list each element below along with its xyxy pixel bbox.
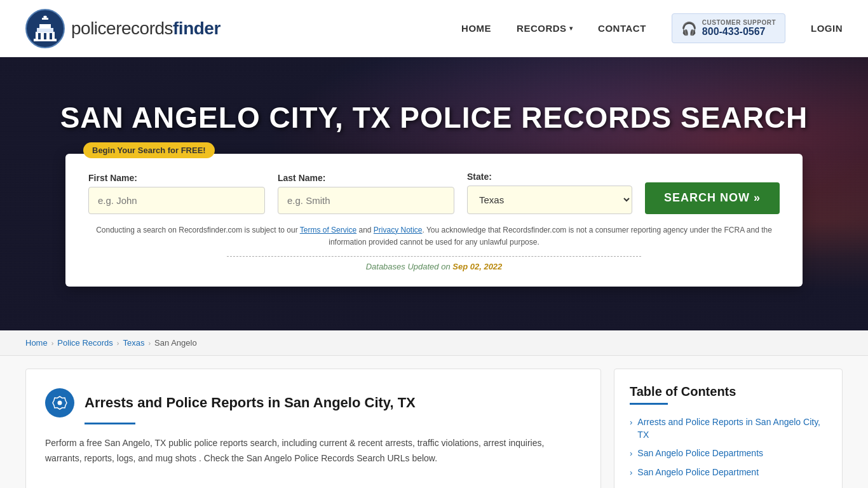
svg-rect-8 xyxy=(38,33,41,39)
support-text: CUSTOMER SUPPORT 800-433-0567 xyxy=(702,19,776,37)
toc-link-1[interactable]: Arrests and Police Reports in San Angelo… xyxy=(637,416,827,441)
nav-contact[interactable]: CONTACT xyxy=(598,23,646,34)
search-button[interactable]: SEARCH NOW » xyxy=(645,182,780,214)
section-title: Arrests and Police Reports in San Angelo… xyxy=(85,395,416,411)
toc-list: › Arrests and Police Reports in San Ange… xyxy=(630,416,827,478)
toc-link-2[interactable]: San Angelo Police Departments xyxy=(637,447,763,460)
toc-title: Table of Contents xyxy=(630,384,827,399)
breadcrumb-sep-3: › xyxy=(148,339,151,347)
toc-item: › San Angelo Police Departments xyxy=(630,447,827,460)
state-label: State: xyxy=(467,172,632,182)
free-badge: Begin Your Search for FREE! xyxy=(83,142,215,158)
police-badge-icon xyxy=(45,388,74,417)
logo-area[interactable]: policerecordsfinder xyxy=(25,9,220,48)
logo-text: policerecordsfinder xyxy=(71,18,220,39)
svg-rect-6 xyxy=(39,24,51,29)
toc-divider xyxy=(630,403,668,405)
search-disclaimer: Conducting a search on Recordsfinder.com… xyxy=(88,224,780,248)
last-name-label: Last Name: xyxy=(278,173,454,183)
toc-chevron-icon: › xyxy=(630,449,632,458)
header: policerecordsfinder HOME RECORDS ▾ CONTA… xyxy=(0,0,868,57)
search-fields: First Name: Last Name: State: Texas Alab… xyxy=(88,172,780,214)
nav-home[interactable]: HOME xyxy=(461,23,491,34)
breadcrumb-sep-2: › xyxy=(117,339,119,347)
toc-chevron-icon: › xyxy=(630,417,632,427)
svg-rect-10 xyxy=(50,33,52,39)
toc-link-3[interactable]: San Angelo Police Department xyxy=(637,466,759,479)
headset-icon: 🎧 xyxy=(681,21,697,36)
state-select[interactable]: Texas Alabama Alaska Arizona California … xyxy=(467,186,632,214)
hero-section: SAN ANGELO CITY, TX POLICE RECORDS SEARC… xyxy=(0,57,868,330)
privacy-notice-link[interactable]: Privacy Notice xyxy=(374,226,423,234)
first-name-label: First Name: xyxy=(88,173,265,183)
breadcrumb-police-records[interactable]: Police Records xyxy=(57,338,112,348)
content-left: Arrests and Police Reports in San Angelo… xyxy=(25,369,601,488)
login-button[interactable]: LOGIN xyxy=(811,23,843,34)
section-header: Arrests and Police Reports in San Angelo… xyxy=(45,388,581,417)
db-updated: Databases Updated on Sep 02, 2022 xyxy=(88,256,780,271)
toc-item: › Arrests and Police Reports in San Ange… xyxy=(630,416,827,441)
customer-support-box[interactable]: 🎧 CUSTOMER SUPPORT 800-433-0567 xyxy=(672,13,785,43)
hero-title: SAN ANGELO CITY, TX POLICE RECORDS SEARC… xyxy=(35,101,834,135)
toc-item: › San Angelo Police Department xyxy=(630,466,827,479)
content-right: Table of Contents › Arrests and Police R… xyxy=(614,369,843,488)
svg-rect-9 xyxy=(44,33,46,39)
first-name-group: First Name: xyxy=(88,173,265,214)
terms-of-service-link[interactable]: Terms of Service xyxy=(300,226,356,234)
breadcrumb: Home › Police Records › Texas › San Ange… xyxy=(0,330,868,356)
nav-records[interactable]: RECORDS ▾ xyxy=(517,23,573,34)
svg-rect-5 xyxy=(37,28,53,32)
svg-point-11 xyxy=(58,401,62,405)
section-body: Perform a free San Angelo, TX public pol… xyxy=(45,436,581,466)
state-group: State: Texas Alabama Alaska Arizona Cali… xyxy=(467,172,632,214)
breadcrumb-state[interactable]: Texas xyxy=(123,338,144,348)
search-container: Begin Your Search for FREE! First Name: … xyxy=(65,154,803,287)
logo-icon xyxy=(25,9,65,48)
main-content: Arrests and Police Reports in San Angelo… xyxy=(0,356,868,488)
toc-chevron-icon: › xyxy=(630,468,632,477)
section-divider xyxy=(85,423,135,424)
first-name-input[interactable] xyxy=(88,187,265,214)
breadcrumb-home[interactable]: Home xyxy=(25,338,48,348)
main-nav: HOME RECORDS ▾ CONTACT 🎧 CUSTOMER SUPPOR… xyxy=(461,13,843,43)
breadcrumb-city: San Angelo xyxy=(154,338,197,348)
chevron-down-icon: ▾ xyxy=(569,25,573,32)
breadcrumb-sep-1: › xyxy=(51,339,54,347)
last-name-group: Last Name: xyxy=(278,173,454,214)
last-name-input[interactable] xyxy=(278,187,454,214)
